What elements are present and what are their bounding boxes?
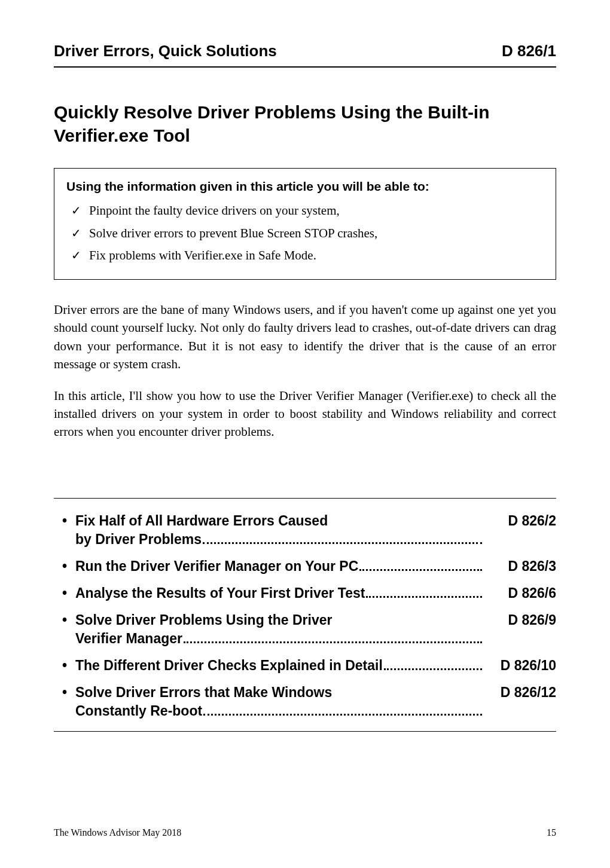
toc-label-line1: Fix Half of All Hardware Errors Caused [75,512,484,530]
toc-text: Analyse the Results of Your First Driver… [75,584,484,603]
toc-dots [384,668,482,670]
footer-publication: The Windows Advisor May 2018 [54,827,181,838]
toc-label-line2: by Driver Problems [75,530,202,549]
toc-page: D 826/3 [484,557,556,576]
footer-page-number: 15 [547,827,556,838]
toc-dots [359,569,482,571]
bullet-icon: • [54,512,75,530]
toc-page: D 826/10 [484,656,556,675]
checklist-text: Pinpoint the faulty device drivers on yo… [89,203,340,218]
checklist-text: Fix problems with Verifier.exe in Safe M… [89,248,316,262]
body-paragraph: In this article, I'll show you how to us… [54,387,556,441]
toc-page: D 826/9 [484,611,556,629]
toc-page: D 826/2 [484,512,556,530]
bullet-icon: • [54,656,75,675]
checklist-text: Solve driver errors to prevent Blue Scre… [89,226,377,240]
check-icon: ✓ [71,224,81,243]
bullet-icon: • [54,584,75,603]
info-box-heading: Using the information given in this arti… [66,179,544,194]
toc-label-line2: Constantly Re-boot [75,702,202,720]
toc-label-line2: Verifier Manager [75,629,182,648]
toc-dots [203,542,482,544]
page-header: Driver Errors, Quick Solutions D 826/1 [54,42,556,68]
toc-label-line1: The Different Driver Checks Explained in… [75,656,383,675]
body-paragraph: Driver errors are the bane of many Windo… [54,301,556,374]
toc-label-line1: Solve Driver Problems Using the Driver [75,611,484,629]
toc-label-line1: Solve Driver Errors that Make Windows [75,683,484,702]
toc-entry: • Run the Driver Verifier Manager on You… [54,557,556,576]
toc-entry: • Solve Driver Errors that Make Windows … [54,683,556,720]
toc-page: D 826/6 [484,584,556,603]
toc-text: Run the Driver Verifier Manager on Your … [75,557,484,576]
toc-text: Fix Half of All Hardware Errors Caused b… [75,512,484,549]
toc-entry: • The Different Driver Checks Explained … [54,656,556,675]
check-icon: ✓ [71,201,81,220]
page-footer: The Windows Advisor May 2018 15 [54,827,556,838]
toc-text: Solve Driver Problems Using the Driver V… [75,611,484,648]
bullet-icon: • [54,683,75,702]
toc-dots [366,596,482,598]
article-title: Quickly Resolve Driver Problems Using th… [54,100,556,147]
checklist-item: ✓Fix problems with Verifier.exe in Safe … [66,246,544,266]
header-title: Driver Errors, Quick Solutions [54,42,277,60]
toc-entry: • Analyse the Results of Your First Driv… [54,584,556,603]
toc-entry: • Solve Driver Problems Using the Driver… [54,611,556,648]
toc-text: The Different Driver Checks Explained in… [75,656,484,675]
header-page-code: D 826/1 [502,42,556,60]
checklist: ✓Pinpoint the faulty device drivers on y… [66,201,544,266]
toc-dots [203,714,482,716]
info-box: Using the information given in this arti… [54,168,556,280]
toc-dots [184,641,482,643]
bullet-icon: • [54,557,75,576]
toc-label-line1: Run the Driver Verifier Manager on Your … [75,557,358,576]
bullet-icon: • [54,611,75,629]
check-icon: ✓ [71,246,81,265]
toc-text: Solve Driver Errors that Make Windows Co… [75,683,484,720]
checklist-item: ✓Solve driver errors to prevent Blue Scr… [66,224,544,244]
toc-entry: • Fix Half of All Hardware Errors Caused… [54,512,556,549]
checklist-item: ✓Pinpoint the faulty device drivers on y… [66,201,544,221]
table-of-contents: • Fix Half of All Hardware Errors Caused… [54,498,556,732]
toc-label-line1: Analyse the Results of Your First Driver… [75,584,365,603]
toc-page: D 826/12 [484,683,556,702]
